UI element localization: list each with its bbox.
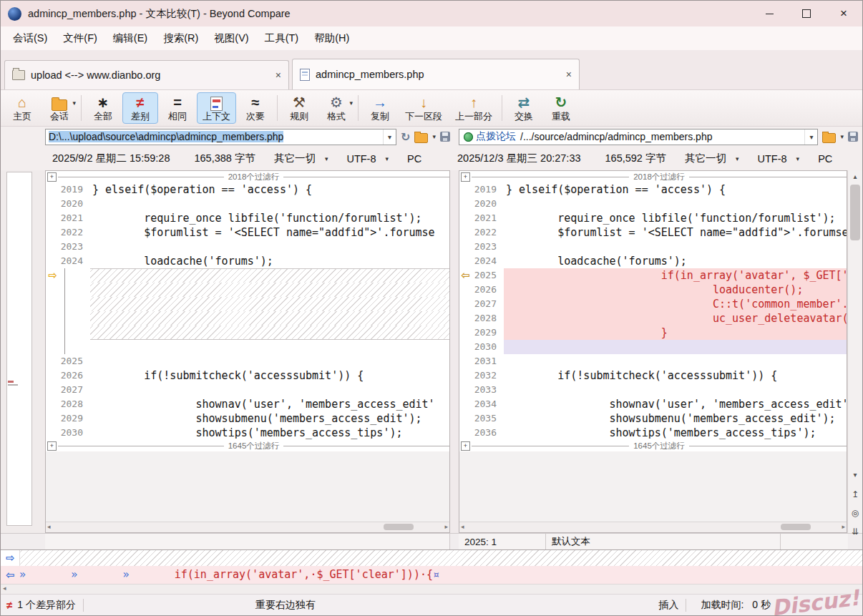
swap-button[interactable]: ⇄ 交换	[506, 92, 542, 124]
scroll-left-icon[interactable]	[47, 523, 51, 530]
scroll-left-icon[interactable]	[461, 523, 464, 530]
code-text[interactable]	[90, 283, 449, 297]
tab-admincp-members[interactable]: admincp_members.php	[292, 59, 580, 89]
code-text[interactable]: loadcache('forums');	[90, 254, 449, 268]
show-all-button[interactable]: ∗ 全部	[85, 92, 121, 124]
code-text[interactable]: uc_user_deleteavatar(	[504, 311, 847, 326]
scroll-down-icon[interactable]	[848, 471, 862, 479]
code-text[interactable]: $forumlist = '<SELECT name="addfid">'.fo…	[504, 225, 847, 240]
code-text[interactable]: showtips('members_access_tips');	[90, 426, 449, 440]
code-text[interactable]	[90, 354, 449, 368]
right-compare-mode-dropdown[interactable]: 其它一切	[685, 152, 739, 165]
code-text[interactable]	[90, 268, 449, 283]
folder-dropdown-icon[interactable]	[432, 133, 436, 140]
menu-help[interactable]: 帮助(H)	[306, 29, 357, 48]
left-encoding-dropdown[interactable]: UTF-8	[346, 153, 389, 165]
diff-location-marker[interactable]	[8, 381, 19, 386]
maximize-button[interactable]	[788, 1, 825, 26]
expand-icon[interactable]	[461, 441, 470, 451]
show-same-button[interactable]: = 相同	[160, 92, 195, 124]
sessions-button[interactable]: 会话	[42, 92, 77, 124]
browse-folder-icon[interactable]	[414, 133, 428, 143]
save-icon[interactable]	[848, 132, 858, 142]
code-text[interactable]: showsubmenu('members_access_edit');	[504, 411, 847, 426]
dropdown-icon[interactable]	[804, 129, 817, 145]
code-text[interactable]: $forumlist = '<SELECT name="addfid">'.fo…	[90, 225, 449, 240]
previous-difference-button[interactable]	[848, 489, 862, 499]
menu-session[interactable]: 会话(S)	[5, 29, 55, 48]
save-icon[interactable]	[440, 132, 450, 142]
code-text[interactable]: if(!submitcheck('accesssubmit')) {	[504, 368, 847, 383]
code-text[interactable]: require_once libfile('function/forumlist…	[504, 211, 847, 225]
browse-folder-icon[interactable]	[822, 133, 836, 143]
code-text[interactable]: } elseif($operation == 'access') {	[90, 182, 449, 197]
menu-file[interactable]: 文件(F)	[55, 29, 105, 48]
code-text[interactable]	[504, 340, 847, 354]
code-text[interactable]	[90, 383, 449, 397]
code-text[interactable]: shownav('user', 'members_access_edit'	[504, 397, 847, 411]
tab-close-icon[interactable]	[276, 69, 281, 81]
dropdown-icon[interactable]	[383, 129, 396, 145]
code-text[interactable]	[504, 383, 847, 397]
right-horizontal-scrollbar[interactable]	[459, 522, 847, 532]
format-button[interactable]: ⚙ 格式	[318, 92, 354, 124]
left-horizontal-scrollbar[interactable]	[46, 522, 449, 532]
menu-search[interactable]: 搜索(R)	[155, 29, 206, 48]
copy-button[interactable]: → 复制	[362, 92, 398, 124]
close-button[interactable]: ×	[825, 1, 862, 26]
code-text[interactable]	[504, 354, 847, 368]
home-button[interactable]: ⌂ 主页	[4, 92, 40, 124]
show-differences-button[interactable]: ≠ 差别	[122, 92, 158, 124]
code-text[interactable]: loaducenter();	[504, 283, 847, 297]
code-text[interactable]: C::t('common_member'.	[504, 297, 847, 311]
copy-to-left-arrow-icon[interactable]	[1, 569, 19, 582]
scrollbar-thumb[interactable]	[781, 524, 811, 530]
expand-icon[interactable]	[461, 172, 470, 182]
left-compare-mode-dropdown[interactable]: 其它一切	[274, 152, 328, 165]
scrollbar-thumb[interactable]	[850, 185, 860, 240]
left-path-combo[interactable]: D:\...\upload\source\admincp\admincp_mem…	[45, 129, 396, 145]
diff-line-text[interactable]: » » » if(in_array('avatar',·$_GET['clear…	[19, 566, 862, 584]
current-difference-button[interactable]	[848, 508, 862, 518]
code-text[interactable]	[504, 240, 847, 254]
code-text[interactable]: }	[504, 326, 847, 340]
detail-scrollbar[interactable]	[1, 584, 862, 594]
overview-strip[interactable]	[1, 170, 45, 533]
code-text[interactable]: loadcache('forums');	[504, 254, 847, 268]
scrollbar-thumb[interactable]	[384, 524, 414, 530]
right-path-combo[interactable]: 点拨论坛 /.../source/admincp/admincp_members…	[459, 129, 818, 145]
folder-dropdown-icon[interactable]	[840, 133, 844, 140]
overview-thumbnail[interactable]	[6, 172, 32, 526]
copy-to-right-arrow-icon[interactable]	[1, 552, 19, 564]
code-text[interactable]: showsubmenu('members_access_edit');	[90, 411, 449, 426]
vertical-scrollbar[interactable]	[847, 170, 862, 533]
scroll-left-icon[interactable]	[3, 585, 6, 592]
ignore-unimportant-button[interactable]: ≈ 次要	[238, 92, 273, 124]
code-text[interactable]: if(!submitcheck('accesssubmit')) {	[90, 368, 449, 383]
pane-splitter[interactable]	[450, 170, 459, 533]
code-text[interactable]	[504, 197, 847, 211]
scroll-right-icon[interactable]	[842, 523, 845, 530]
next-section-button[interactable]: ↓ 下一区段	[399, 92, 448, 124]
code-text[interactable]: showtips('members_access_tips');	[504, 426, 847, 440]
show-context-button[interactable]: 上下文	[197, 92, 236, 124]
tab-session-upload[interactable]: upload <--> www.dianbo.org	[4, 60, 289, 89]
next-difference-button[interactable]	[848, 527, 862, 537]
rules-button[interactable]: ⚒ 规则	[281, 92, 317, 124]
code-text[interactable]	[90, 311, 449, 326]
code-text[interactable]	[90, 340, 449, 354]
menu-edit[interactable]: 编辑(E)	[105, 29, 155, 48]
code-text[interactable]	[90, 240, 449, 254]
code-text[interactable]	[90, 326, 449, 340]
menu-tools[interactable]: 工具(T)	[257, 29, 307, 48]
minimize-button[interactable]	[751, 1, 788, 26]
expand-icon[interactable]	[47, 441, 57, 451]
reload-button[interactable]: ↻ 重载	[543, 92, 579, 124]
code-text[interactable]: shownav('user', 'members_access_edit'	[90, 397, 449, 411]
scroll-right-icon[interactable]	[444, 523, 448, 530]
right-encoding-dropdown[interactable]: UTF-8	[758, 153, 800, 165]
code-text[interactable]: require_once libfile('function/forumlist…	[90, 211, 449, 225]
code-text[interactable]: } elseif($operation == 'access') {	[504, 182, 847, 197]
scroll-up-icon[interactable]	[848, 172, 862, 180]
code-text[interactable]	[90, 197, 449, 211]
